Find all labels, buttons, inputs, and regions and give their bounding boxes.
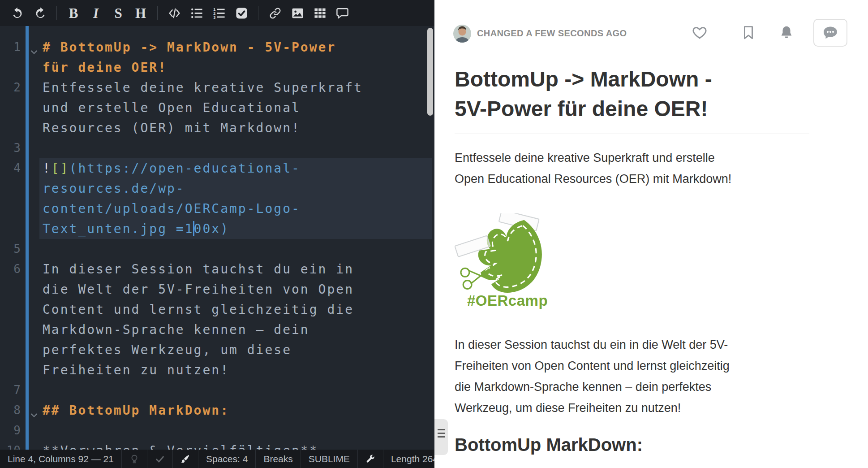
fold-chevron-down-icon[interactable] — [30, 42, 39, 62]
statusbar-indent-type[interactable]: Spaces: 4 — [198, 450, 256, 468]
doc-paragraph-1: Entfessele deine kreative Superkraft und… — [455, 147, 809, 190]
line-number: 5 — [0, 239, 21, 259]
editor-line[interactable]: content/uploads/OERCamp-Logo- — [0, 199, 434, 219]
statusbar-keymap[interactable]: SUBLIME — [301, 450, 358, 468]
bookmark-button[interactable] — [741, 25, 756, 40]
toolbar-check-list-button[interactable] — [231, 3, 252, 23]
toolbar-comment-button[interactable] — [332, 3, 352, 23]
statusbar-doc-length[interactable]: Length 2644 — [383, 450, 434, 468]
editor-line[interactable]: 6In dieser Session tauchst du ein in — [0, 259, 434, 279]
avatar[interactable] — [453, 25, 471, 43]
line-number: 9 — [0, 420, 21, 441]
toolbar-strikethrough-button[interactable]: S — [108, 3, 129, 23]
editor-line[interactable]: 2Entfessele deine kreative Superkraft — [0, 78, 434, 98]
oercamp-flame-graphic — [455, 213, 549, 294]
line-number: 6 — [0, 259, 21, 279]
wrench-icon — [365, 454, 375, 464]
toolbar-image-button[interactable] — [287, 3, 308, 23]
editor-scrollbar[interactable] — [427, 28, 433, 116]
statusbar-night-mode[interactable] — [122, 450, 147, 468]
check-icon — [155, 454, 165, 464]
line-number: 1 — [0, 37, 21, 57]
toolbar-separator — [157, 6, 158, 20]
toolbar-separator — [258, 6, 258, 20]
changed-status: CHANGED A FEW SECONDS AGO — [477, 28, 627, 39]
editor-line[interactable]: Freiheiten zu nutzen! — [0, 360, 434, 380]
statusbar-cursor-position[interactable]: Line 4, Columns 92 — 21 — [0, 450, 122, 468]
editor-line[interactable]: Markdown-Sprache kennen – dein — [0, 320, 434, 340]
statusbar-preferences[interactable] — [358, 450, 383, 468]
statusbar-linebreaks[interactable]: Breaks — [256, 450, 301, 468]
statusbar-theme[interactable] — [173, 450, 198, 468]
editor-line[interactable]: 5 — [0, 239, 434, 259]
paintbrush-icon — [180, 454, 190, 464]
editor-line[interactable]: Content und lernst gleichzeitig die — [0, 299, 434, 320]
scissors-icon — [461, 268, 490, 289]
toolbar-undo-button[interactable] — [7, 3, 28, 23]
comment-icon — [336, 7, 349, 20]
editor-rows: 1# BottomUp -> MarkDown - 5V-Powerfür de… — [0, 26, 434, 461]
toolbar-link-button[interactable] — [265, 3, 285, 23]
bell-icon — [779, 25, 794, 40]
bold-icon: B — [69, 6, 78, 20]
editor-line[interactable]: 1# BottomUp -> MarkDown - 5V-Power — [0, 37, 434, 57]
line-number: 2 — [0, 78, 21, 98]
fold-chevron-down-icon[interactable] — [30, 405, 39, 425]
toolbar-bold-button[interactable]: B — [63, 3, 84, 23]
toolbar-italic-button[interactable]: I — [86, 3, 106, 23]
rendered-document: BottomUp -> MarkDown -5V-Power für deine… — [455, 53, 809, 462]
editor-line[interactable]: resources.de/wp- — [0, 178, 434, 199]
keymap-label: SUBLIME — [309, 454, 350, 464]
line-number: 3 — [0, 138, 21, 158]
link-icon — [269, 7, 282, 20]
pane-resize-grip[interactable] — [434, 419, 448, 455]
statusbar-spellcheck[interactable] — [147, 450, 173, 468]
toolbar-table-button[interactable] — [309, 3, 330, 23]
editor-line[interactable]: perfektes Werkzeug, um diese — [0, 340, 434, 360]
doc-heading-2: BottomUp MarkDown: — [455, 434, 809, 462]
heart-icon — [692, 25, 707, 40]
editor-line[interactable]: 7 — [0, 380, 434, 400]
toolbar-code-button[interactable] — [164, 3, 185, 23]
editor-line[interactable]: 4![](https://open-educational- — [0, 158, 434, 178]
toolbar: BISH123 — [0, 0, 434, 26]
editor-line[interactable]: Text_unten.jpg =100x) — [0, 219, 434, 239]
editor-line[interactable]: und erstelle Open Educational — [0, 98, 434, 118]
toolbar-unordered-list-button[interactable] — [186, 3, 207, 23]
linebreaks-label: Breaks — [263, 454, 292, 464]
editor-line[interactable]: 9 — [0, 420, 434, 441]
preview-pane: CHANGED A FEW SECONDS AGO BottomUp -> Ma… — [434, 0, 868, 468]
like-button[interactable] — [692, 25, 707, 40]
ordered-list-icon: 123 — [213, 7, 226, 20]
indent-type-label: Spaces: 4 — [206, 454, 248, 464]
svg-text:3: 3 — [213, 15, 215, 20]
line-number: 4 — [0, 158, 21, 178]
toolbar-ordered-list-button[interactable]: 123 — [209, 3, 229, 23]
italic-icon: I — [93, 6, 99, 20]
unordered-list-icon — [190, 7, 203, 20]
editor-line[interactable]: Resources (OER) mit Markdown! — [0, 118, 434, 138]
editor-line[interactable]: die Welt der 5V-Freiheiten von Open — [0, 279, 434, 299]
editor-line[interactable]: für deine OER! — [0, 57, 434, 78]
check-list-icon — [235, 7, 248, 20]
oercamp-logo-caption: #OERcamp — [467, 292, 549, 309]
toolbar-separator — [56, 6, 57, 20]
oercamp-logo-image: #OERcamp — [455, 213, 549, 309]
notifications-button[interactable] — [779, 25, 794, 40]
comments-panel-button[interactable] — [813, 19, 847, 47]
doc-length-label: Length 2644 — [391, 454, 434, 464]
code-icon — [168, 7, 181, 20]
comment-dots-icon — [822, 25, 838, 41]
toolbar-redo-button[interactable] — [30, 3, 50, 23]
line-number: 7 — [0, 380, 21, 400]
editor-pane: BISH123 1# BottomUp -> MarkDown - 5V-Pow… — [0, 0, 434, 468]
toolbar-heading-button[interactable]: H — [130, 3, 151, 23]
editor-line[interactable]: 8## BottomUp MarkDown: — [0, 400, 434, 420]
lightbulb-icon — [129, 454, 139, 464]
code-editor[interactable]: 1# BottomUp -> MarkDown - 5V-Powerfür de… — [0, 26, 434, 468]
doc-title: BottomUp -> MarkDown -5V-Power für deine… — [455, 65, 809, 134]
heading-icon: H — [135, 6, 146, 20]
grip-lines-icon — [438, 429, 445, 440]
editor-line[interactable]: 3 — [0, 138, 434, 158]
image-icon — [291, 7, 304, 20]
